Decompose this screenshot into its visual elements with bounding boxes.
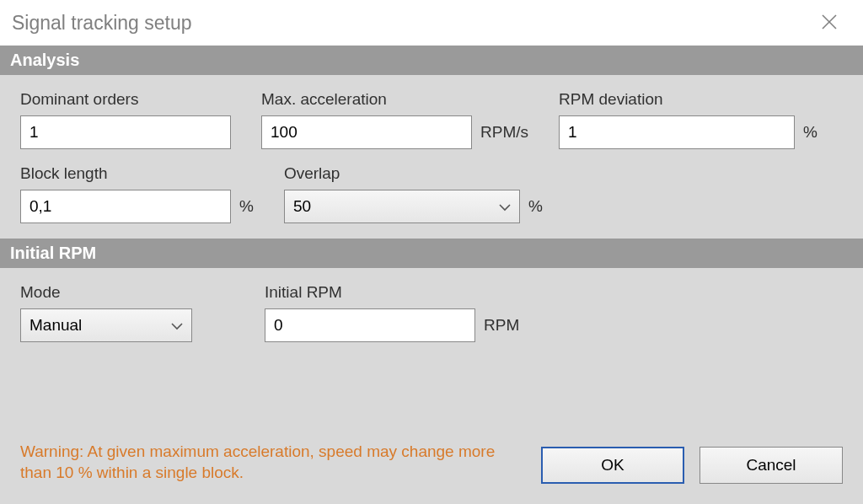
rpm-deviation-input[interactable] (559, 115, 795, 149)
overlap-value: 50 (293, 197, 311, 216)
overlap-label: Overlap (284, 164, 543, 183)
titlebar: Signal tracking setup (0, 0, 863, 46)
max-acceleration-input[interactable] (261, 115, 472, 149)
ok-button[interactable]: OK (541, 447, 684, 484)
footer: Warning: At given maximum acceleration, … (0, 427, 863, 504)
chevron-down-icon (499, 200, 511, 214)
max-acceleration-label: Max. acceleration (261, 90, 528, 109)
section-body-analysis: Dominant orders Max. acceleration RPM/s … (0, 75, 863, 239)
mode-select[interactable]: Manual (20, 308, 192, 342)
dialog-buttons: OK Cancel (541, 447, 843, 484)
initial-rpm-unit: RPM (484, 316, 519, 335)
block-length-input[interactable] (20, 190, 231, 223)
overlap-unit: % (528, 197, 543, 216)
rpm-deviation-label: RPM deviation (559, 90, 817, 109)
max-acceleration-unit: RPM/s (480, 123, 528, 142)
cancel-button[interactable]: Cancel (700, 447, 843, 484)
mode-value: Manual (29, 316, 82, 335)
overlap-select[interactable]: 50 (284, 190, 520, 223)
window-title: Signal tracking setup (12, 12, 192, 35)
rpm-deviation-unit: % (803, 123, 817, 142)
section-header-analysis: Analysis (0, 46, 863, 75)
dominant-orders-input[interactable] (20, 115, 231, 149)
initial-rpm-input[interactable] (265, 308, 475, 342)
section-header-initial-rpm: Initial RPM (0, 239, 863, 268)
chevron-down-icon (171, 319, 183, 333)
warning-text: Warning: At given maximum acceleration, … (20, 441, 526, 484)
dominant-orders-label: Dominant orders (20, 90, 231, 109)
block-length-label: Block length (20, 164, 254, 183)
section-body-initial-rpm: Mode Manual Initial RPM RPM (0, 268, 863, 357)
block-length-unit: % (239, 197, 254, 216)
mode-label: Mode (20, 283, 192, 302)
close-icon[interactable] (812, 7, 846, 40)
initial-rpm-label: Initial RPM (265, 283, 519, 302)
